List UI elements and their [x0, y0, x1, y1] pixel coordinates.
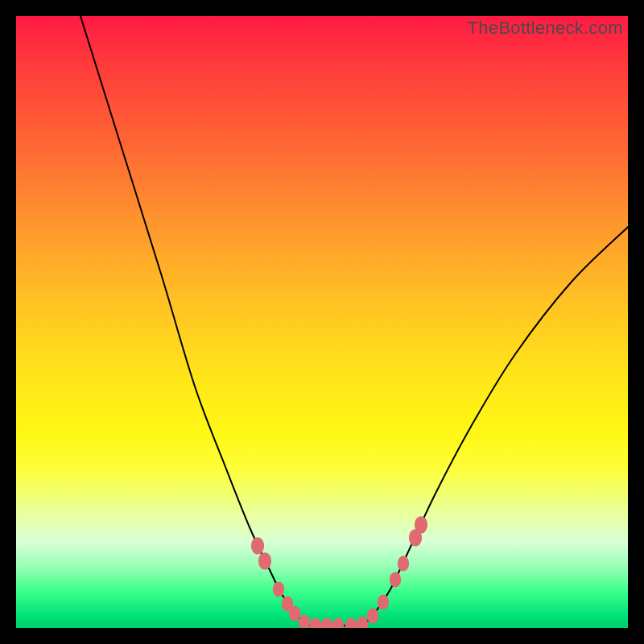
- data-marker: [332, 617, 344, 628]
- data-marker: [251, 537, 264, 555]
- data-marker: [345, 617, 357, 628]
- data-marker: [398, 555, 409, 571]
- data-marker: [390, 572, 401, 587]
- data-marker: [310, 617, 321, 628]
- bottleneck-curve: [80, 16, 628, 625]
- data-marker: [258, 552, 271, 570]
- chart-frame: TheBottleneck.com: [0, 0, 644, 644]
- data-marker: [289, 605, 300, 621]
- data-marker: [321, 617, 332, 628]
- data-marker: [415, 516, 427, 534]
- data-marker: [299, 614, 310, 628]
- data-marker: [357, 616, 368, 628]
- bottleneck-chart-svg: [16, 16, 628, 628]
- data-marker: [273, 581, 284, 597]
- data-marker: [378, 594, 389, 609]
- plot-area: TheBottleneck.com: [16, 16, 628, 628]
- data-marker: [367, 608, 378, 623]
